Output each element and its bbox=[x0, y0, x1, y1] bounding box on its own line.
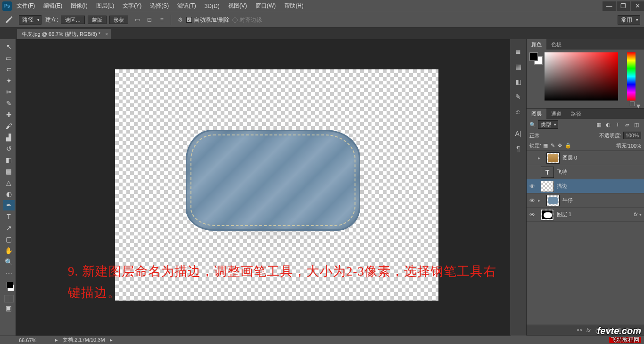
fx-icon[interactable]: fx bbox=[586, 327, 591, 334]
tab-paths[interactable]: 路径 bbox=[566, 109, 586, 119]
layer-thumb[interactable] bbox=[541, 181, 554, 192]
status-arrow2-icon[interactable]: ▸ bbox=[109, 337, 114, 343]
lock-pos-icon[interactable]: ✥ bbox=[558, 143, 562, 149]
menu-type[interactable]: 文字(Y) bbox=[123, 2, 141, 10]
brush-panel-icon[interactable]: ✎ bbox=[512, 91, 524, 102]
menu-help[interactable]: 帮助(H) bbox=[284, 2, 304, 10]
fg-swatch[interactable] bbox=[529, 52, 538, 61]
gradient-tool-icon[interactable]: ▤ bbox=[3, 166, 15, 176]
document-tab[interactable]: 牛皮.jpg @ 66.7% (描边, RGB/8) * × bbox=[17, 29, 111, 39]
color-bw-icon[interactable] bbox=[630, 101, 635, 106]
gear-icon[interactable]: ⚙ bbox=[175, 15, 185, 25]
filter-shape-icon[interactable]: ▱ bbox=[623, 122, 631, 128]
properties-icon[interactable]: ◧ bbox=[512, 76, 524, 87]
quickmask-toggle[interactable] bbox=[4, 295, 14, 302]
fill-value[interactable]: 100% bbox=[628, 143, 641, 149]
zoom-value[interactable]: 66.67% bbox=[19, 337, 36, 343]
mode-dropdown[interactable]: 路径 bbox=[19, 15, 41, 25]
marquee-tool-icon[interactable]: ▭ bbox=[3, 53, 15, 63]
layer-thumb[interactable] bbox=[546, 195, 560, 206]
eyedrop-tool-icon[interactable]: ✎ bbox=[3, 98, 15, 109]
layer-row[interactable]: 👁 ▸ 牛仔 bbox=[527, 193, 644, 208]
filter-smart-icon[interactable]: ◫ bbox=[633, 122, 640, 128]
foreground-swatch[interactable] bbox=[7, 282, 13, 288]
close-button[interactable]: ✕ bbox=[631, 1, 644, 11]
menu-file[interactable]: 文件(F) bbox=[17, 2, 35, 10]
lock-all-icon[interactable]: 🔒 bbox=[565, 143, 571, 149]
menu-select[interactable]: 选择(S) bbox=[150, 2, 169, 10]
layer-thumb[interactable] bbox=[541, 209, 554, 220]
layer-row[interactable]: ▸ 图层 0 bbox=[527, 151, 644, 165]
path-op1-icon[interactable]: ▭ bbox=[132, 15, 142, 25]
menu-edit[interactable]: 编辑(E) bbox=[43, 2, 62, 10]
selection-button[interactable]: 选区… bbox=[61, 16, 85, 24]
tab-channels[interactable]: 通道 bbox=[546, 109, 566, 119]
fx-badge[interactable]: fx ▾ bbox=[634, 212, 641, 217]
blend-dropdown[interactable]: 正常 bbox=[529, 132, 574, 139]
visibility-icon[interactable]: 👁 bbox=[527, 211, 538, 218]
lock-paint-icon[interactable]: ✎ bbox=[551, 143, 555, 149]
character-icon[interactable]: A| bbox=[512, 128, 524, 139]
opacity-value[interactable]: 100% bbox=[623, 132, 641, 139]
stamp-tool-icon[interactable]: ▟ bbox=[3, 132, 15, 143]
menu-view[interactable]: 视图(V) bbox=[228, 2, 247, 10]
history-icon[interactable]: ≣ bbox=[512, 46, 524, 57]
tab-swatches[interactable]: 色板 bbox=[546, 39, 566, 50]
move-tool-icon[interactable]: ↖ bbox=[3, 42, 15, 52]
lock-trans-icon[interactable]: ▦ bbox=[543, 143, 548, 149]
crop-tool-icon[interactable]: ✂ bbox=[3, 87, 15, 97]
wand-tool-icon[interactable]: ✦ bbox=[3, 76, 15, 86]
workspace-dropdown[interactable]: 常用 bbox=[618, 15, 640, 25]
link-icon[interactable]: ▸ bbox=[538, 198, 544, 203]
dodge-tool-icon[interactable]: ◐ bbox=[3, 189, 15, 199]
canvas-area[interactable]: 9. 新建图层命名为描边，调整画笔工具，大小为2-3像素，选择钢笔工具右键描边。 bbox=[16, 39, 510, 336]
menu-image[interactable]: 图像(I) bbox=[71, 2, 87, 10]
zoom-tool-icon[interactable]: 🔍 bbox=[3, 257, 15, 267]
mask-button[interactable]: 蒙版 bbox=[88, 16, 107, 24]
tab-color[interactable]: 颜色 bbox=[527, 39, 546, 50]
link-icon[interactable]: ▸ bbox=[538, 155, 544, 160]
actions-icon[interactable]: ▦ bbox=[512, 61, 524, 72]
hue-strip[interactable] bbox=[627, 52, 636, 101]
pen-tool-icon-tb[interactable]: ✒ bbox=[3, 200, 15, 210]
menu-3d[interactable]: 3D(D) bbox=[205, 3, 220, 9]
color-field[interactable] bbox=[545, 52, 618, 101]
shape-tool-icon[interactable]: ▢ bbox=[3, 234, 15, 244]
color-swatches[interactable] bbox=[529, 52, 543, 65]
tab-layers[interactable]: 图层 bbox=[527, 109, 546, 119]
auto-checkbox[interactable]: ✓ bbox=[186, 17, 192, 23]
heal-tool-icon[interactable]: ✚ bbox=[3, 109, 15, 120]
history-brush-icon[interactable]: ↺ bbox=[3, 143, 15, 154]
restore-button[interactable]: ❐ bbox=[617, 1, 630, 11]
close-tab-icon[interactable]: × bbox=[105, 32, 108, 37]
clone-icon[interactable]: ⎌ bbox=[512, 106, 524, 117]
path-op2-icon[interactable]: ⊟ bbox=[144, 15, 155, 25]
path-align-icon[interactable]: ≡ bbox=[157, 15, 167, 25]
shape-button[interactable]: 形状 bbox=[109, 16, 128, 24]
type-tool-icon[interactable]: T bbox=[3, 211, 15, 222]
lasso-tool-icon[interactable]: ⊂ bbox=[3, 64, 15, 75]
filter-dropdown[interactable]: 类型 bbox=[538, 120, 558, 129]
minimize-button[interactable]: — bbox=[603, 1, 616, 11]
hand-tool-icon[interactable]: ✋ bbox=[3, 245, 15, 256]
color-menu-icon[interactable]: ▾ bbox=[636, 101, 641, 106]
menu-filter[interactable]: 滤镜(T) bbox=[177, 2, 196, 10]
layer-row[interactable]: 飞特 bbox=[527, 165, 644, 179]
status-arrow-icon[interactable]: ▸ bbox=[54, 337, 59, 343]
link-layers-icon[interactable]: ⚯ bbox=[577, 327, 582, 334]
eraser-tool-icon[interactable]: ◧ bbox=[3, 155, 15, 165]
screenmode-icon[interactable]: ▣ bbox=[3, 303, 15, 313]
menu-layer[interactable]: 图层(L) bbox=[96, 2, 115, 10]
visibility-icon[interactable]: 👁 bbox=[527, 197, 538, 204]
layer-row[interactable]: 👁 描边 bbox=[527, 179, 644, 193]
blur-tool-icon[interactable]: △ bbox=[3, 177, 15, 188]
ellipsis-icon[interactable]: ⋯ bbox=[3, 268, 15, 278]
align-radio[interactable] bbox=[232, 17, 238, 23]
visibility-icon[interactable]: 👁 bbox=[527, 183, 538, 190]
brush-tool-icon[interactable]: 🖌 bbox=[3, 121, 15, 131]
paragraph-icon[interactable]: ¶ bbox=[512, 143, 524, 154]
filter-adj-icon[interactable]: ◐ bbox=[604, 122, 612, 128]
layer-thumb[interactable] bbox=[541, 167, 554, 178]
filter-pixel-icon[interactable]: ▦ bbox=[595, 122, 603, 128]
filter-type-icon[interactable]: T bbox=[614, 122, 621, 127]
